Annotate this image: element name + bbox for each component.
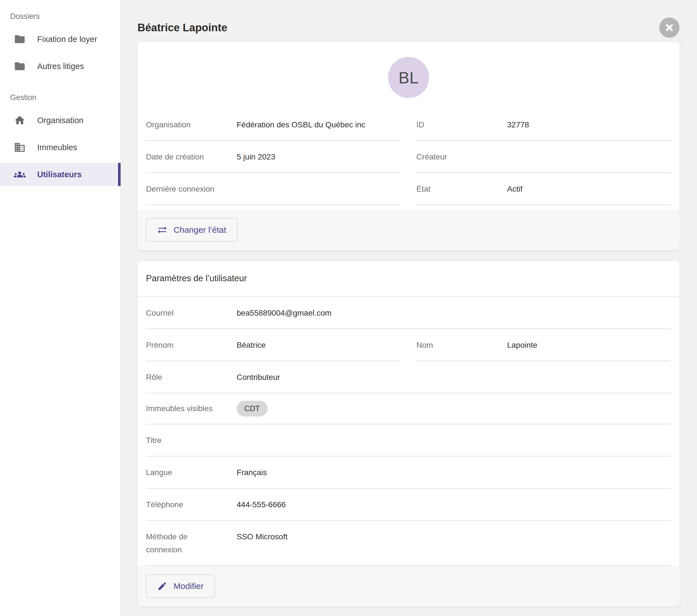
field-label: Méthode de connexion (146, 530, 237, 556)
home-icon (14, 114, 26, 127)
field-value: SSO Microsoft (237, 530, 287, 543)
profile-fields: Organisation Fédération des OSBL du Québ… (146, 109, 671, 210)
swap-arrows-icon (157, 225, 167, 235)
profile-card-footer: Changer l’état (137, 210, 680, 250)
field-value: Lapointe (507, 339, 537, 352)
row-prenom-nom: Prénom Béatrice Nom Lapointe (146, 329, 671, 361)
change-state-label: Changer l’état (174, 225, 226, 235)
sidebar-item-utilisateurs[interactable]: Utilisateurs (0, 163, 121, 186)
close-icon (665, 23, 674, 32)
row-role: Rôle Contributeur (146, 361, 671, 393)
row-titre: Titre (146, 424, 671, 456)
field-label: Organisation (146, 118, 237, 131)
field-etat: État Actif (416, 173, 671, 205)
field-label: ID (416, 118, 507, 131)
avatar-row: BL (146, 42, 671, 98)
field-label: Dernière connexion (146, 182, 237, 195)
sidebar-item-immeubles[interactable]: Immeubles (0, 136, 121, 159)
sidebar-item-label: Immeubles (37, 143, 77, 152)
change-state-button[interactable]: Changer l’état (146, 218, 237, 242)
sidebar-section-gestion: Gestion (0, 92, 121, 103)
field-label: Nom (416, 339, 507, 352)
building-icon (14, 141, 26, 153)
field-value: 32778 (507, 118, 529, 131)
field-value: Béatrice (237, 339, 266, 352)
row-telephone: Téléphone 444-555-6666 (146, 489, 671, 521)
field-label: Créateur (416, 150, 507, 163)
status-value: Actif (507, 182, 522, 195)
field-label: Langue (146, 466, 237, 479)
row-courriel: Courriel bea55889004@gmael.com (146, 297, 671, 329)
field-createur: Créateur (416, 141, 671, 173)
app-window: Dossiers Fixation de loyer Autres litige… (0, 0, 697, 616)
page-title: Béatrice Lapointe (137, 22, 227, 34)
field-label: Téléphone (146, 498, 237, 511)
field-label: État (416, 182, 507, 195)
row-langue: Langue Français (146, 456, 671, 489)
edit-label: Modifier (174, 581, 204, 591)
building-badge: CDT (237, 401, 268, 416)
settings-card: Paramètres de l’utilisateur Courriel bea… (137, 261, 680, 606)
avatar: BL (388, 57, 429, 98)
sidebar: Dossiers Fixation de loyer Autres litige… (0, 0, 121, 616)
field-organisation: Organisation Fédération des OSBL du Québ… (146, 109, 401, 141)
detail-header: Béatrice Lapointe (137, 17, 680, 38)
pencil-icon (157, 581, 167, 591)
field-value: Fédération des OSBL du Québec inc (237, 118, 366, 131)
sidebar-item-label: Fixation de loyer (37, 35, 97, 44)
field-nom: Nom Lapointe (416, 329, 671, 361)
email-value: bea55889004@gmael.com (237, 307, 331, 320)
sidebar-item-label: Autres litiges (37, 62, 84, 71)
field-value: Contributeur (237, 371, 280, 384)
row-methode-de-connexion: Méthode de connexion SSO Microsoft (146, 521, 671, 566)
close-button[interactable] (659, 17, 680, 38)
edit-button[interactable]: Modifier (146, 574, 215, 598)
sidebar-item-label: Utilisateurs (37, 170, 82, 179)
field-value: 5 juin 2023 (237, 150, 275, 163)
field-value: 444-555-6666 (237, 498, 286, 511)
field-label: Courriel (146, 307, 237, 320)
field-label: Rôle (146, 371, 237, 384)
settings-card-title: Paramètres de l’utilisateur (137, 261, 680, 297)
folder-icon (14, 60, 26, 72)
sidebar-section-dossiers: Dossiers (0, 11, 121, 22)
field-id: ID 32778 (416, 109, 671, 141)
sidebar-item-fixation-de-loyer[interactable]: Fixation de loyer (0, 28, 121, 51)
users-icon (14, 168, 26, 181)
field-value: Français (237, 466, 267, 479)
field-label: Titre (146, 434, 237, 447)
sidebar-item-autres-litiges[interactable]: Autres litiges (0, 55, 121, 78)
field-date-de-creation: Date de création 5 juin 2023 (146, 141, 401, 173)
field-label: Prénom (146, 339, 237, 352)
field-prenom: Prénom Béatrice (146, 329, 401, 361)
sidebar-item-organisation[interactable]: Organisation (0, 109, 121, 132)
folder-icon (14, 33, 26, 45)
row-immeubles-visibles: Immeubles visibles CDT (146, 393, 671, 424)
field-derniere-connexion: Dernière connexion (146, 173, 401, 205)
sidebar-item-label: Organisation (37, 116, 84, 125)
profile-card: BL Organisation Fédération des OSBL du Q… (137, 42, 680, 250)
settings-card-footer: Modifier (137, 566, 680, 606)
field-label: Immeubles visibles (146, 402, 237, 415)
main-panel: Béatrice Lapointe BL Organisation Fédéra… (121, 0, 697, 616)
field-label: Date de création (146, 150, 237, 163)
